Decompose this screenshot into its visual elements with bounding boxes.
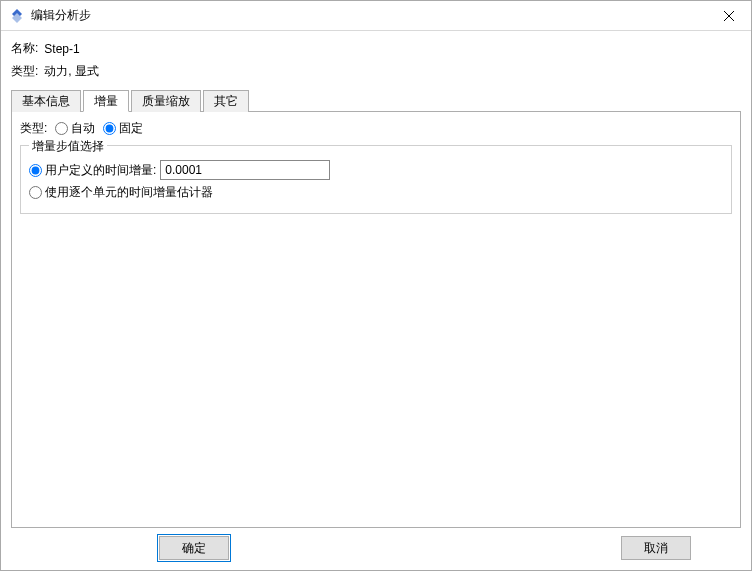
cancel-button-wrap: 取消 [376, 536, 741, 560]
tab-strip: 基本信息 增量 质量缩放 其它 [11, 89, 741, 111]
dialog-window: 编辑分析步 名称: Step-1 类型: 动力, 显式 基本信息 增量 质量缩放 [0, 0, 752, 571]
radio-fixed-input[interactable] [103, 122, 116, 135]
titlebar: 编辑分析步 [1, 1, 751, 31]
user-defined-row: 用户定义的时间增量: [29, 160, 723, 180]
tab-basic-info[interactable]: 基本信息 [11, 90, 81, 112]
increment-step-fieldset: 增量步值选择 用户定义的时间增量: 使用逐个单元的时间增量估计器 [20, 145, 732, 214]
radio-fixed[interactable]: 固定 [103, 120, 143, 137]
tab-increment[interactable]: 增量 [83, 90, 129, 112]
radio-user-defined-input[interactable] [29, 164, 42, 177]
radio-estimator-input[interactable] [29, 186, 42, 199]
ok-button-label: 确定 [182, 540, 206, 557]
type-label: 类型: [11, 63, 38, 80]
tab-other-label: 其它 [214, 93, 238, 110]
increment-type-row: 类型: 自动 固定 [20, 120, 732, 137]
tab-mass-scaling-label: 质量缩放 [142, 93, 190, 110]
radio-auto-label: 自动 [71, 120, 95, 137]
dialog-buttons: 确定 取消 [1, 528, 751, 570]
cancel-button[interactable]: 取消 [621, 536, 691, 560]
dialog-content: 名称: Step-1 类型: 动力, 显式 基本信息 增量 质量缩放 其它 类型… [1, 31, 751, 528]
ok-button[interactable]: 确定 [159, 536, 229, 560]
radio-auto[interactable]: 自动 [55, 120, 95, 137]
type-row: 类型: 动力, 显式 [11, 60, 741, 83]
radio-fixed-label: 固定 [119, 120, 143, 137]
window-title: 编辑分析步 [31, 7, 706, 24]
name-value: Step-1 [44, 42, 79, 56]
tab-basic-label: 基本信息 [22, 93, 70, 110]
close-icon [724, 11, 734, 21]
tab-mass-scaling[interactable]: 质量缩放 [131, 90, 201, 112]
user-defined-time-input[interactable] [160, 160, 330, 180]
radio-user-defined-label: 用户定义的时间增量: [45, 162, 156, 179]
radio-user-defined[interactable]: 用户定义的时间增量: [29, 162, 156, 179]
radio-estimator-label: 使用逐个单元的时间增量估计器 [45, 184, 213, 201]
tab-increment-label: 增量 [94, 93, 118, 110]
radio-estimator[interactable]: 使用逐个单元的时间增量估计器 [29, 184, 213, 201]
app-icon [9, 8, 25, 24]
fieldset-legend: 增量步值选择 [29, 138, 107, 155]
estimator-row: 使用逐个单元的时间增量估计器 [29, 184, 723, 201]
tab-panel-increment: 类型: 自动 固定 增量步值选择 用户定义的时间增量: [11, 111, 741, 528]
tab-other[interactable]: 其它 [203, 90, 249, 112]
increment-type-label: 类型: [20, 120, 47, 137]
close-button[interactable] [706, 1, 751, 30]
name-label: 名称: [11, 40, 38, 57]
type-value: 动力, 显式 [44, 63, 99, 80]
ok-button-wrap: 确定 [11, 536, 376, 560]
radio-auto-input[interactable] [55, 122, 68, 135]
cancel-button-label: 取消 [644, 540, 668, 557]
name-row: 名称: Step-1 [11, 37, 741, 60]
